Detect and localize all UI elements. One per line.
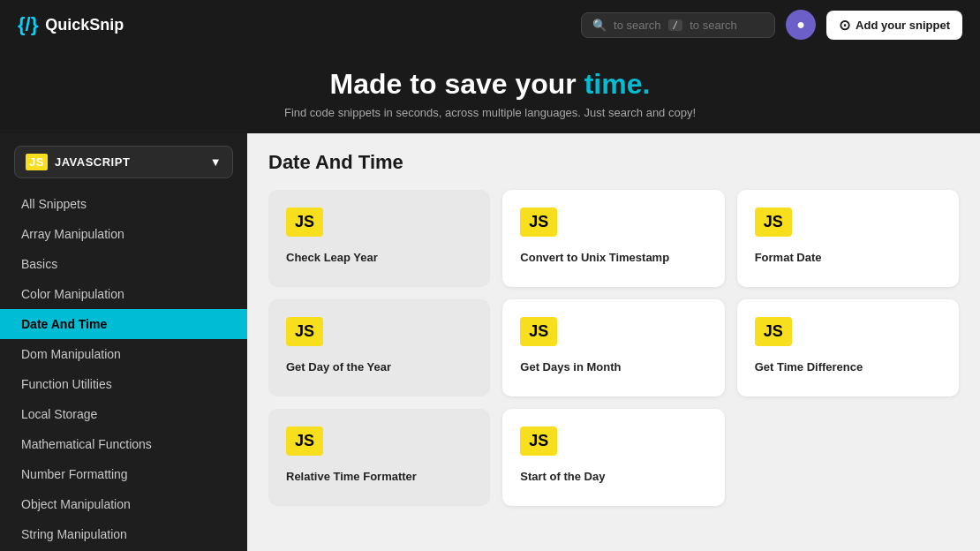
search-type-label: to search bbox=[614, 19, 660, 32]
sidebar-nav: All SnippetsArray ManipulationBasicsColo… bbox=[0, 185, 247, 551]
lang-label: JAVASCRIPT bbox=[55, 155, 130, 169]
cards-grid: JSCheck Leap YearJSConvert to Unix Times… bbox=[268, 190, 959, 506]
card-label: Check Leap Year bbox=[286, 251, 378, 264]
card-check-leap-year[interactable]: JSCheck Leap Year bbox=[268, 190, 490, 287]
slash-key: / bbox=[668, 19, 683, 31]
card-label: Format Date bbox=[755, 251, 822, 264]
avatar-icon: ● bbox=[796, 17, 805, 33]
js-badge: JS bbox=[520, 317, 557, 346]
card-get-days-in-month[interactable]: JSGet Days in Month bbox=[502, 299, 724, 396]
js-badge: JS bbox=[520, 208, 557, 237]
card-label: Get Time Difference bbox=[755, 360, 863, 374]
card-relative-time-formatter[interactable]: JSRelative Time Formatter bbox=[268, 409, 490, 506]
js-badge: JS bbox=[286, 426, 323, 456]
search-hint: to search bbox=[690, 19, 736, 32]
chevron-down-icon: ▼ bbox=[210, 155, 222, 169]
add-snippet-label: Add your snippet bbox=[856, 19, 950, 32]
header: {/} QuickSnip 🔍 to search / to search ● … bbox=[0, 0, 980, 49]
content-inner: Date And Time JSCheck Leap YearJSConvert… bbox=[268, 151, 959, 506]
main-layout: JS JAVASCRIPT ▼ All SnippetsArray Manipu… bbox=[0, 133, 980, 551]
content-area: Date And Time JSCheck Leap YearJSConvert… bbox=[247, 133, 980, 551]
hero-subtitle: Find code snippets in seconds, across mu… bbox=[0, 106, 980, 119]
hero-section: Made to save your time. Find code snippe… bbox=[0, 49, 980, 133]
sidebar-item-number-formatting[interactable]: Number Formatting bbox=[0, 459, 247, 489]
add-snippet-button[interactable]: ⊙ Add your snippet bbox=[826, 11, 962, 40]
sidebar: JS JAVASCRIPT ▼ All SnippetsArray Manipu… bbox=[0, 133, 247, 551]
logo-icon: {/} bbox=[18, 13, 38, 36]
js-badge: JS bbox=[755, 208, 792, 237]
card-label: Start of the Day bbox=[520, 470, 605, 483]
card-format-date[interactable]: JSFormat Date bbox=[737, 190, 959, 287]
avatar-button[interactable]: ● bbox=[786, 10, 816, 40]
card-get-time-difference[interactable]: JSGet Time Difference bbox=[737, 299, 959, 396]
card-label: Relative Time Formatter bbox=[286, 470, 417, 483]
card-start-of-day[interactable]: JSStart of the Day bbox=[502, 409, 724, 506]
js-badge: JS bbox=[755, 317, 792, 346]
js-badge: JS bbox=[286, 208, 323, 237]
card-convert-unix-timestamp[interactable]: JSConvert to Unix Timestamp bbox=[502, 190, 724, 287]
js-badge-small: JS bbox=[26, 154, 48, 170]
hero-title: Made to save your time. bbox=[0, 67, 980, 101]
section-title: Date And Time bbox=[268, 151, 959, 174]
sidebar-item-date-and-time[interactable]: Date And Time bbox=[0, 309, 247, 339]
sidebar-item-color-manipulation[interactable]: Color Manipulation bbox=[0, 279, 247, 309]
github-icon: ⊙ bbox=[839, 17, 850, 34]
logo-text: QuickSnip bbox=[45, 16, 124, 34]
hero-title-accent: time. bbox=[584, 68, 651, 100]
hero-title-start: Made to save your bbox=[330, 68, 577, 100]
sidebar-item-function-utilities[interactable]: Function Utilities bbox=[0, 369, 247, 399]
language-selector[interactable]: JS JAVASCRIPT ▼ bbox=[14, 146, 233, 178]
lang-selector-left: JS JAVASCRIPT bbox=[26, 154, 130, 170]
js-badge: JS bbox=[520, 426, 557, 456]
card-label: Convert to Unix Timestamp bbox=[520, 251, 669, 264]
header-right: 🔍 to search / to search ● ⊙ Add your sni… bbox=[581, 10, 962, 40]
card-label: Get Day of the Year bbox=[286, 360, 391, 374]
sidebar-item-array-manipulation[interactable]: Array Manipulation bbox=[0, 219, 247, 249]
sidebar-item-basics[interactable]: Basics bbox=[0, 249, 247, 279]
card-label: Get Days in Month bbox=[520, 360, 621, 374]
sidebar-item-local-storage[interactable]: Local Storage bbox=[0, 399, 247, 429]
search-icon: 🔍 bbox=[592, 19, 607, 32]
sidebar-item-object-manipulation[interactable]: Object Manipulation bbox=[0, 489, 247, 519]
card-get-day-of-year[interactable]: JSGet Day of the Year bbox=[268, 299, 490, 396]
sidebar-item-string-manipulation[interactable]: String Manipulation bbox=[0, 519, 247, 549]
sidebar-item-mathematical-functions[interactable]: Mathematical Functions bbox=[0, 429, 247, 459]
sidebar-item-all-snippets[interactable]: All Snippets bbox=[0, 189, 247, 219]
js-badge: JS bbox=[286, 317, 323, 346]
logo: {/} QuickSnip bbox=[18, 13, 124, 36]
sidebar-item-dom-manipulation[interactable]: Dom Manipulation bbox=[0, 339, 247, 369]
search-bar[interactable]: 🔍 to search / to search bbox=[581, 12, 775, 38]
